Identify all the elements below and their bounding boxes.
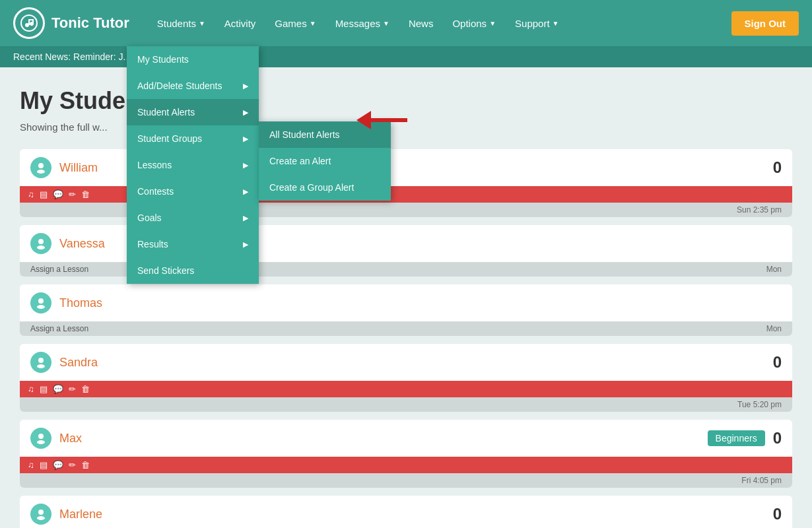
news-ticker: Recent News: Reminder: J...	[0, 46, 812, 67]
brand-title: Tonic Tutor	[51, 15, 129, 32]
student-score-max: 0	[773, 429, 782, 447]
students-dropdown-arrow: ▼	[199, 20, 205, 27]
options-dropdown-arrow: ▼	[489, 20, 496, 27]
nav-items: Students ▼ Activity Games ▼ Messages ▼ N…	[149, 13, 731, 34]
dropdown-goals[interactable]: Goals ▶	[127, 205, 259, 231]
student-name-marlene: Marlene	[59, 508, 773, 521]
red-arrow	[356, 111, 407, 129]
svg-point-16	[38, 510, 44, 515]
chevron-right-icon: ▶	[243, 161, 248, 170]
support-dropdown-arrow: ▼	[553, 20, 559, 27]
book-icon: ▤	[40, 460, 48, 470]
nav-news[interactable]: News	[401, 13, 442, 34]
nav-students[interactable]: Students ▼	[149, 13, 213, 34]
student-row-thomas: Thomas	[20, 284, 792, 321]
student-card-marlene: Marlene 0 ♫ ▤ 💬 ✏ 🗑 Mon	[20, 496, 792, 528]
dropdown-student-alerts[interactable]: Student Alerts ▶	[127, 99, 259, 125]
sign-out-button[interactable]: Sign Out	[731, 11, 799, 36]
dropdown-my-students[interactable]: My Students	[127, 46, 259, 73]
dropdown-lessons[interactable]: Lessons ▶	[127, 152, 259, 178]
student-score-william: 0	[773, 158, 782, 177]
student-row-marlene: Marlene 0	[20, 496, 792, 528]
book-icon: ▤	[40, 384, 48, 394]
trash-icon: 🗑	[81, 460, 90, 470]
student-name-thomas: Thomas	[59, 296, 782, 310]
student-row-sandra: Sandra 0	[20, 344, 792, 381]
edit-icon: ✏	[69, 460, 76, 470]
svg-point-9	[37, 246, 45, 249]
students-dropdown-menu: My Students Add/Delete Students ▶ Studen…	[127, 46, 259, 284]
svg-point-11	[37, 305, 45, 309]
trash-icon: 🗑	[81, 189, 90, 199]
student-actions-sandra: ♫ ▤ 💬 ✏ 🗑	[20, 381, 792, 397]
chevron-right-icon: ▶	[243, 135, 248, 143]
nav-activity[interactable]: Activity	[217, 13, 264, 34]
student-name-sandra: Sandra	[59, 356, 773, 370]
student-card-sandra: Sandra 0 ♫ ▤ 💬 ✏ 🗑 Tue 5:20 pm	[20, 344, 792, 412]
dropdown-send-stickers[interactable]: Send Stickers	[127, 257, 259, 284]
nav-messages[interactable]: Messages ▼	[327, 13, 397, 34]
svg-point-15	[37, 440, 45, 444]
submenu-create-alert[interactable]: Create an Alert	[259, 148, 391, 174]
svg-point-8	[38, 239, 44, 244]
nav-support[interactable]: Support ▼	[507, 13, 566, 34]
svg-point-7	[37, 170, 45, 174]
student-badge-max: Beginners	[708, 430, 765, 446]
music-icon: ♫	[28, 384, 34, 394]
dropdown-contests[interactable]: Contests ▶	[127, 178, 259, 205]
chat-icon: 💬	[53, 384, 63, 394]
dropdown-student-groups[interactable]: Student Groups ▶	[127, 125, 259, 152]
chevron-right-icon: ▶	[243, 187, 248, 196]
dropdown-add-delete-students[interactable]: Add/Delete Students ▶	[127, 73, 259, 99]
arrow-head	[356, 111, 371, 129]
games-dropdown-arrow: ▼	[310, 20, 316, 27]
svg-point-6	[38, 163, 44, 168]
student-footer-thomas: Assign a Lesson Mon	[20, 321, 792, 336]
svg-point-12	[38, 358, 44, 363]
svg-point-10	[38, 298, 44, 304]
chevron-right-icon: ▶	[243, 108, 248, 117]
student-card-thomas: Thomas Assign a Lesson Mon	[20, 284, 792, 336]
student-score-sandra: 0	[773, 353, 782, 372]
chat-icon: 💬	[53, 189, 63, 199]
svg-point-17	[37, 516, 45, 520]
student-icon-marlene	[30, 504, 51, 525]
student-footer-max: Fri 4:05 pm	[20, 473, 792, 488]
trash-icon: 🗑	[81, 384, 90, 394]
student-score-marlene: 0	[773, 505, 782, 523]
chevron-right-icon: ▶	[243, 82, 248, 90]
student-icon-max	[30, 428, 51, 449]
brand: Tonic Tutor	[13, 7, 129, 39]
svg-point-14	[38, 434, 44, 439]
arrow-indicator	[356, 111, 407, 129]
student-icon-william	[30, 157, 51, 178]
chevron-right-icon: ▶	[243, 240, 248, 249]
main-content: My Students Showing the full w... Willia…	[0, 67, 812, 528]
arrow-line	[371, 118, 407, 122]
student-row-max: Max Beginners 0	[20, 420, 792, 457]
student-icon-thomas	[30, 292, 51, 314]
svg-point-13	[37, 364, 45, 368]
navbar: Tonic Tutor Students ▼ Activity Games ▼ …	[0, 0, 812, 46]
brand-logo	[13, 7, 45, 39]
student-icon-sandra	[30, 352, 51, 373]
student-card-max: Max Beginners 0 ♫ ▤ 💬 ✏ 🗑 Fri 4:05 pm	[20, 420, 792, 488]
student-name-max: Max	[59, 432, 708, 446]
alerts-submenu: All Student Alerts Create an Alert Creat…	[259, 121, 391, 201]
chat-icon: 💬	[53, 460, 63, 470]
svg-rect-5	[32, 19, 34, 24]
student-actions-max: ♫ ▤ 💬 ✏ 🗑	[20, 457, 792, 473]
nav-games[interactable]: Games ▼	[267, 13, 323, 34]
dropdown-container: My Students Add/Delete Students ▶ Studen…	[127, 46, 259, 284]
music-icon: ♫	[28, 189, 34, 199]
svg-rect-3	[28, 19, 33, 20]
submenu-create-group-alert[interactable]: Create a Group Alert	[259, 174, 391, 201]
nav-options[interactable]: Options ▼	[444, 13, 504, 34]
student-icon-vanessa	[30, 233, 51, 254]
chevron-right-icon: ▶	[243, 214, 248, 222]
student-footer-sandra: Tue 5:20 pm	[20, 397, 792, 412]
edit-icon: ✏	[69, 384, 76, 394]
music-icon: ♫	[28, 460, 34, 470]
dropdown-results[interactable]: Results ▶	[127, 231, 259, 257]
edit-icon: ✏	[69, 189, 76, 199]
